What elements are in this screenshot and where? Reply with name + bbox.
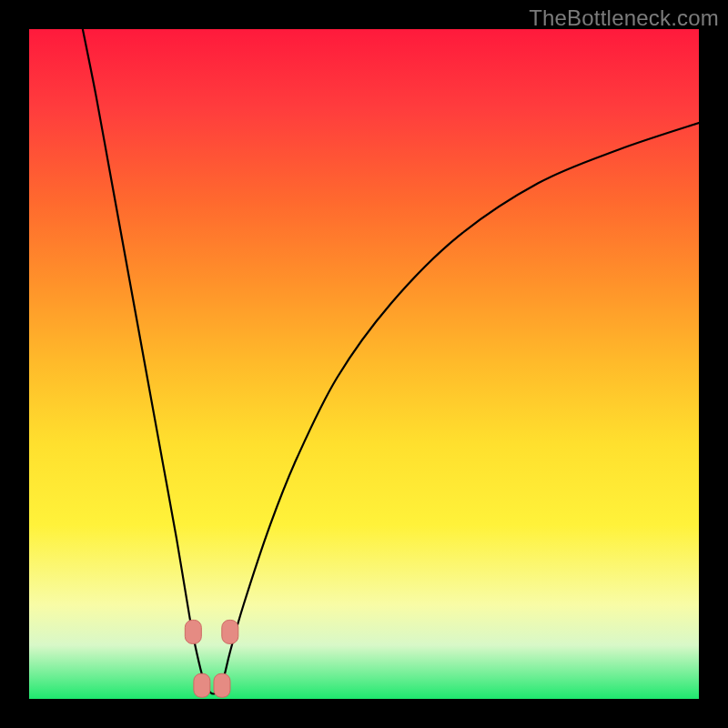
watermark-text: TheBottleneck.com bbox=[529, 5, 719, 31]
chart-frame: TheBottleneck.com bbox=[0, 0, 728, 728]
valley-marker bbox=[222, 620, 238, 643]
valley-marker bbox=[214, 673, 230, 697]
plot-area bbox=[29, 29, 699, 699]
bottleneck-curve bbox=[83, 29, 699, 693]
valley-marker bbox=[194, 673, 210, 697]
valley-markers bbox=[185, 620, 238, 697]
valley-marker bbox=[185, 620, 201, 643]
curve-svg bbox=[29, 29, 699, 699]
